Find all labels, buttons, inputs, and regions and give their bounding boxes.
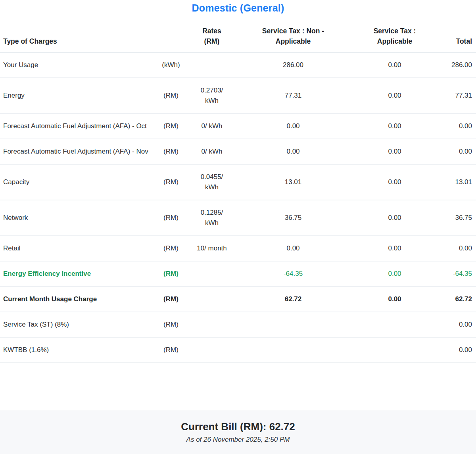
as-of-timestamp: As of 26 November 2025, 2:50 PM (186, 436, 290, 444)
charge-unit-cell: (RM) (155, 139, 186, 164)
charges-table-body: Your Usage (kWh) 286.00 0.00 286.00 Ener… (0, 52, 476, 363)
charge-unit-cell: (RM) (155, 114, 186, 139)
current-bill-panel: Current Bill (RM): 62.72 As of 26 Novemb… (0, 410, 476, 454)
charge-rate-cell: 0.1285/ kWh (186, 200, 237, 236)
charge-rate-cell: 0/ kWh (186, 114, 237, 139)
total-cell: 77.31 (440, 78, 476, 114)
column-header-type-of-charges: Type of Charges (0, 23, 155, 52)
total-cell: 13.01 (440, 164, 476, 200)
charge-rate-cell (186, 287, 237, 312)
column-header-unit (155, 23, 186, 52)
charge-unit-cell: (RM) (155, 200, 186, 236)
service-tax-applicable-cell (349, 312, 440, 337)
column-header-service-tax-non-applicable: Service Tax : Non - Applicable (237, 23, 349, 52)
service-tax-applicable-cell: 0.00 (349, 114, 440, 139)
table-row: Network (RM) 0.1285/ kWh 36.75 0.00 36.7… (0, 200, 476, 236)
service-tax-non-applicable-cell: 13.01 (237, 164, 349, 200)
column-header-rates: Rates (RM) (186, 23, 237, 52)
charge-unit-cell: (RM) (155, 287, 186, 312)
table-row: Retail (RM) 10/ month 0.00 0.00 0.00 (0, 236, 476, 261)
charge-rate-cell: 0.0455/ kWh (186, 164, 237, 200)
charge-rate-cell (186, 312, 237, 337)
table-row: Forecast Automatic Fuel Adjustment (AFA)… (0, 114, 476, 139)
service-tax-non-applicable-cell: 77.31 (237, 78, 349, 114)
service-tax-non-applicable-cell: 62.72 (237, 287, 349, 312)
current-bill-amount: Current Bill (RM): 62.72 (181, 421, 295, 433)
service-tax-applicable-cell: 0.00 (349, 139, 440, 164)
total-cell: 0.00 (440, 312, 476, 337)
total-cell: 0.00 (440, 139, 476, 164)
charge-rate-cell: 10/ month (186, 236, 237, 261)
service-tax-non-applicable-cell: 0.00 (237, 114, 349, 139)
service-tax-applicable-cell: 0.00 (349, 78, 440, 114)
charge-unit-cell: (RM) (155, 236, 186, 261)
service-tax-applicable-cell: 0.00 (349, 200, 440, 236)
table-row: Your Usage (kWh) 286.00 0.00 286.00 (0, 52, 476, 78)
charge-label-cell: Energy (0, 78, 155, 114)
charge-rate-cell (186, 52, 237, 78)
service-tax-applicable-cell: 0.00 (349, 261, 440, 287)
table-row: KWTBB (1.6%) (RM) 0.00 (0, 337, 476, 363)
charges-table-header: Type of Charges Rates (RM) Service Tax :… (0, 23, 476, 52)
charges-table: Type of Charges Rates (RM) Service Tax :… (0, 23, 476, 363)
total-cell: 286.00 (440, 52, 476, 78)
table-row: Capacity (RM) 0.0455/ kWh 13.01 0.00 13.… (0, 164, 476, 200)
total-cell: 0.00 (440, 114, 476, 139)
charge-label-cell: Service Tax (ST) (8%) (0, 312, 155, 337)
charge-unit-cell: (RM) (155, 78, 186, 114)
charge-label-cell: Energy Efficiency Incentive (0, 261, 155, 287)
service-tax-applicable-cell: 0.00 (349, 164, 440, 200)
charge-unit-cell: (RM) (155, 337, 186, 363)
service-tax-non-applicable-cell: 0.00 (237, 139, 349, 164)
service-tax-non-applicable-cell (237, 337, 349, 363)
charge-label-cell: Current Month Usage Charge (0, 287, 155, 312)
service-tax-applicable-cell (349, 337, 440, 363)
page-title: Domestic (General) (0, 0, 476, 14)
charge-rate-cell (186, 337, 237, 363)
table-row: Energy (RM) 0.2703/ kWh 77.31 0.00 77.31 (0, 78, 476, 114)
charge-unit-cell: (kWh) (155, 52, 186, 78)
total-cell: 62.72 (440, 287, 476, 312)
service-tax-non-applicable-cell: 286.00 (237, 52, 349, 78)
service-tax-non-applicable-cell: -64.35 (237, 261, 349, 287)
charge-label-cell: Forecast Automatic Fuel Adjustment (AFA)… (0, 139, 155, 164)
table-row: Forecast Automatic Fuel Adjustment (AFA)… (0, 139, 476, 164)
total-cell: -64.35 (440, 261, 476, 287)
service-tax-non-applicable-cell: 0.00 (237, 236, 349, 261)
tariff-calculation-page: Domestic (General) Type of Charges Rates… (0, 0, 476, 454)
charge-unit-cell: (RM) (155, 261, 186, 287)
total-cell: 36.75 (440, 200, 476, 236)
charge-label-cell: Network (0, 200, 155, 236)
total-cell: 0.00 (440, 337, 476, 363)
total-cell: 0.00 (440, 236, 476, 261)
charge-label-cell: Your Usage (0, 52, 155, 78)
table-row: Energy Efficiency Incentive (RM) -64.35 … (0, 261, 476, 287)
charge-unit-cell: (RM) (155, 312, 186, 337)
table-row: Current Month Usage Charge (RM) 62.72 0.… (0, 287, 476, 312)
charge-rate-cell: 0/ kWh (186, 139, 237, 164)
column-header-total: Total (440, 23, 476, 52)
column-header-service-tax-applicable: Service Tax : Applicable (349, 23, 440, 52)
service-tax-applicable-cell: 0.00 (349, 236, 440, 261)
service-tax-applicable-cell: 0.00 (349, 287, 440, 312)
charge-label-cell: KWTBB (1.6%) (0, 337, 155, 363)
header-row: Type of Charges Rates (RM) Service Tax :… (0, 23, 476, 52)
service-tax-non-applicable-cell: 36.75 (237, 200, 349, 236)
service-tax-applicable-cell: 0.00 (349, 52, 440, 78)
charge-label-cell: Capacity (0, 164, 155, 200)
table-row: Service Tax (ST) (8%) (RM) 0.00 (0, 312, 476, 337)
service-tax-non-applicable-cell (237, 312, 349, 337)
charge-label-cell: Retail (0, 236, 155, 261)
charge-rate-cell (186, 261, 237, 287)
charge-unit-cell: (RM) (155, 164, 186, 200)
charge-label-cell: Forecast Automatic Fuel Adjustment (AFA)… (0, 114, 155, 139)
charge-rate-cell: 0.2703/ kWh (186, 78, 237, 114)
